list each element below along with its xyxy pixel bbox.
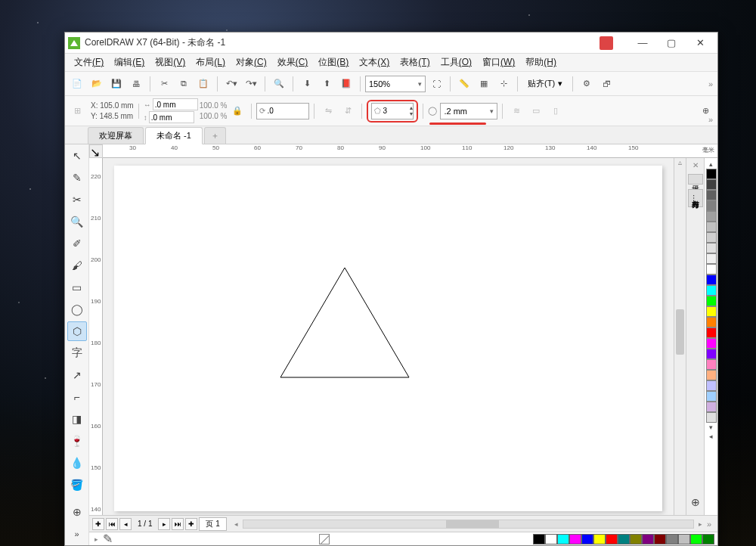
menu-tools[interactable]: 工具(O) (436, 54, 476, 70)
shape-tool[interactable]: ✎ (67, 168, 87, 188)
color-swatch[interactable] (706, 327, 717, 338)
color-swatch[interactable] (678, 534, 690, 544)
mirror-v-icon[interactable]: ⇵ (339, 102, 357, 120)
options-button[interactable]: ⚙ (578, 75, 596, 93)
color-swatch[interactable] (581, 534, 593, 544)
lock-ratio-icon[interactable]: 🔒 (228, 102, 246, 120)
color-swatch[interactable] (706, 243, 717, 253)
text-tool[interactable]: 字 (67, 343, 87, 363)
color-swatch[interactable] (569, 534, 581, 544)
tab-add-button[interactable]: ＋ (204, 127, 226, 144)
docker-hints[interactable]: 提示 (688, 174, 703, 185)
menu-effects[interactable]: 效果(C) (273, 54, 313, 70)
guides-button[interactable]: ⊹ (494, 75, 513, 93)
grid-button[interactable]: ▦ (475, 75, 493, 93)
first-page-button[interactable]: ⏮ (106, 518, 118, 530)
color-swatch[interactable] (706, 285, 717, 296)
close-button[interactable]: ✕ (686, 36, 714, 51)
color-swatch[interactable] (706, 412, 717, 423)
no-color-swatch[interactable] (319, 534, 330, 544)
color-swatch[interactable] (706, 402, 717, 412)
height-input[interactable] (149, 111, 194, 123)
minimize-button[interactable]: — (628, 36, 657, 51)
redo-button[interactable]: ↷▾ (242, 75, 260, 93)
color-swatch[interactable] (706, 391, 717, 402)
undo-button[interactable]: ↶▾ (222, 75, 240, 93)
color-swatch[interactable] (618, 534, 630, 544)
transparency-tool[interactable]: 🍷 (67, 431, 87, 451)
menu-object[interactable]: 对象(C) (231, 54, 271, 70)
toolbox-overflow-icon[interactable]: » (67, 524, 87, 544)
parallel-dimension-tool[interactable]: ↗ (67, 365, 87, 385)
color-swatch[interactable] (706, 338, 717, 349)
color-swatch[interactable] (706, 380, 717, 391)
drawing-page[interactable] (114, 166, 662, 511)
color-swatch[interactable] (557, 534, 569, 544)
color-swatch[interactable] (533, 534, 545, 544)
color-swatch[interactable] (702, 534, 714, 544)
fullscreen-button[interactable]: ⛶ (427, 75, 445, 93)
launch-button[interactable]: 🗗 (597, 75, 615, 93)
ruler-origin[interactable]: ↘ (89, 144, 103, 158)
vertical-ruler[interactable]: 220 210 200 190 180 170 160 150 140 (89, 158, 103, 515)
print-button[interactable]: 🖶 (127, 75, 145, 93)
outline-width-combo[interactable]: .2 mm (440, 103, 497, 119)
crop-tool[interactable]: ✂ (67, 190, 87, 209)
artistic-media-tool[interactable]: 🖌 (67, 256, 87, 275)
export-button[interactable]: ⬆ (318, 75, 336, 93)
color-swatch[interactable] (706, 222, 717, 232)
menu-file[interactable]: 文件(F) (70, 54, 108, 70)
page-tab-1[interactable]: 页 1 (199, 517, 226, 531)
rotation-input[interactable]: ⟳ (256, 103, 309, 119)
horizontal-scroll-thumb[interactable] (446, 520, 499, 528)
zoom-level-combo[interactable]: 150% (365, 76, 426, 92)
last-page-button[interactable]: ⏭ (172, 518, 184, 530)
color-eyedropper-tool[interactable]: 💧 (67, 453, 87, 473)
save-button[interactable]: 💾 (107, 75, 125, 93)
color-swatch[interactable] (706, 211, 717, 222)
docker-align[interactable]: 对齐与分布… (688, 189, 703, 207)
triangle-shape[interactable] (277, 264, 413, 385)
color-swatch[interactable] (706, 370, 717, 380)
import-button[interactable]: ⬇ (298, 75, 316, 93)
property-overflow-icon[interactable]: » (708, 115, 713, 124)
cut-button[interactable]: ✂ (155, 75, 173, 93)
toolbar-overflow-icon[interactable]: » (708, 79, 713, 88)
palette-up-icon[interactable]: ▴ (705, 160, 717, 169)
interactive-fill-tool[interactable]: 🪣 (67, 475, 87, 495)
menu-view[interactable]: 视图(V) (150, 54, 190, 70)
add-page-after-button[interactable]: ✚ (185, 518, 197, 530)
menu-table[interactable]: 表格(T) (395, 54, 434, 70)
tab-welcome[interactable]: 欢迎屏幕 (88, 127, 144, 144)
bottom-palette-left-icon[interactable]: ▸ (92, 535, 101, 543)
publish-pdf-button[interactable]: 📕 (337, 75, 355, 93)
menu-text[interactable]: 文本(X) (355, 54, 394, 70)
menu-window[interactable]: 窗口(W) (478, 54, 519, 70)
color-swatch[interactable] (706, 349, 717, 359)
maximize-button[interactable]: ▢ (657, 36, 686, 51)
quick-customize-icon[interactable]: ⊕ (67, 502, 87, 522)
pick-tool[interactable]: ↖ (67, 146, 87, 166)
width-input[interactable] (153, 98, 198, 110)
color-swatch[interactable] (706, 190, 717, 200)
color-swatch[interactable] (545, 534, 557, 544)
freehand-tool[interactable]: ✐ (67, 234, 87, 253)
polygon-points-input[interactable]: ⬠ ▲▼ (371, 103, 414, 119)
horizontal-scrollbar[interactable] (243, 520, 694, 529)
eyedropper-icon[interactable]: ✎ (103, 532, 113, 545)
rulers-button[interactable]: 📏 (455, 75, 473, 93)
to-front-icon[interactable]: ▭ (527, 102, 545, 120)
color-swatch[interactable] (706, 253, 717, 264)
add-page-button[interactable]: ✚ (92, 518, 104, 530)
drop-shadow-tool[interactable]: ◨ (67, 409, 87, 429)
color-swatch[interactable] (706, 317, 717, 327)
zoom-tool[interactable]: 🔍 (67, 212, 87, 231)
object-size[interactable]: ↔ ↕ (144, 98, 198, 123)
color-swatch[interactable] (706, 232, 717, 243)
rectangle-tool[interactable]: ▭ (67, 278, 87, 297)
connector-tool[interactable]: ⌐ (67, 387, 87, 407)
points-spinner[interactable]: ▲▼ (408, 105, 414, 117)
color-swatch[interactable] (706, 179, 717, 190)
menu-layout[interactable]: 布局(L) (191, 54, 230, 70)
canvas-viewport[interactable] (103, 158, 674, 515)
